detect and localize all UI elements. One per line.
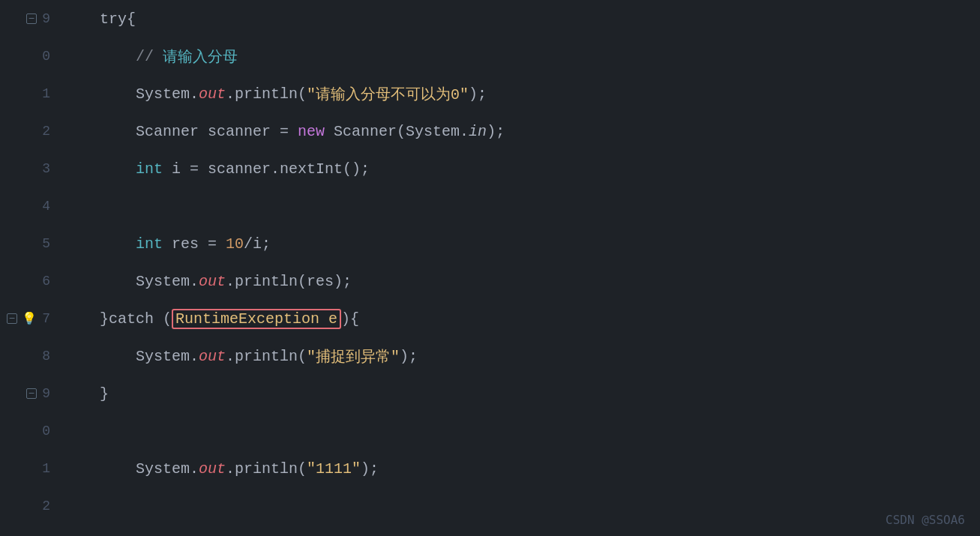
line-number-9: 8 bbox=[40, 349, 50, 364]
gutter-row-2: 1 bbox=[0, 75, 56, 112]
line-number-12: 1 bbox=[40, 461, 50, 476]
gutter-row-11: 0 bbox=[0, 412, 56, 450]
line-number-1: 0 bbox=[40, 49, 50, 64]
gutter-row-8: −💡7 bbox=[0, 300, 56, 337]
code-line-0: try{ bbox=[56, 0, 980, 37]
line-number-10: 9 bbox=[40, 386, 50, 401]
exception-highlight: RuntimeException e bbox=[172, 309, 341, 329]
token: out bbox=[199, 273, 226, 290]
token: .println( bbox=[226, 85, 307, 103]
code-line-13 bbox=[56, 487, 980, 525]
line-number-7: 6 bbox=[40, 274, 50, 289]
token: .println( bbox=[226, 460, 307, 478]
code-line-5 bbox=[56, 187, 980, 225]
code-line-4: int i = scanner.nextInt(); bbox=[56, 150, 980, 187]
gutter-row-7: 6 bbox=[0, 262, 56, 300]
token: .println(res); bbox=[226, 273, 352, 290]
lightbulb-icon-8[interactable]: 💡 bbox=[22, 311, 37, 326]
token: } bbox=[64, 385, 109, 403]
gutter-row-10: −9 bbox=[0, 375, 56, 412]
token: ); bbox=[469, 85, 487, 103]
watermark: CSDN @SSOA6 bbox=[886, 513, 965, 527]
code-line-12: System.out.println("1111"); bbox=[56, 450, 980, 487]
token: System. bbox=[64, 460, 199, 478]
line-number-11: 0 bbox=[40, 424, 50, 439]
gutter-row-5: 4 bbox=[0, 187, 56, 225]
code-line-6: int res = 10/i; bbox=[56, 225, 980, 262]
gutter-row-13: 2 bbox=[0, 487, 56, 525]
token bbox=[64, 235, 136, 253]
line-number-2: 1 bbox=[40, 86, 50, 101]
line-number-13: 2 bbox=[40, 499, 50, 514]
token: // bbox=[64, 48, 163, 65]
line-number-4: 3 bbox=[40, 161, 50, 176]
token: 10 bbox=[226, 235, 244, 253]
token: Scanner(System. bbox=[325, 123, 469, 140]
token: .println( bbox=[226, 348, 307, 365]
token: "请输入分母不可以为0" bbox=[307, 84, 469, 104]
code-content: try{ // 请输入分母 System.out.println("请输入分母不… bbox=[56, 0, 980, 536]
gutter-row-12: 1 bbox=[0, 450, 56, 487]
gutter-row-9: 8 bbox=[0, 337, 56, 375]
token bbox=[64, 160, 136, 178]
token: System. bbox=[64, 348, 199, 365]
fold-icon-10[interactable]: − bbox=[26, 388, 37, 399]
gutter-row-0: −9 bbox=[0, 0, 56, 37]
token: Scanner scanner = bbox=[64, 123, 298, 140]
gutter-row-4: 3 bbox=[0, 150, 56, 187]
code-line-3: Scanner scanner = new Scanner(System.in)… bbox=[56, 112, 980, 150]
line-number-6: 5 bbox=[40, 236, 50, 251]
code-line-9: System.out.println("捕捉到异常"); bbox=[56, 337, 980, 375]
token: /i; bbox=[244, 235, 271, 253]
line-number-5: 4 bbox=[40, 199, 50, 214]
token: System. bbox=[64, 273, 199, 290]
gutter-row-6: 5 bbox=[0, 225, 56, 262]
token: "捕捉到异常" bbox=[307, 346, 400, 367]
token: }catch ( bbox=[64, 310, 172, 328]
line-number-3: 2 bbox=[40, 124, 50, 139]
token: out bbox=[199, 85, 226, 103]
token: int bbox=[136, 160, 163, 178]
token: out bbox=[199, 348, 226, 365]
fold-icon-0[interactable]: − bbox=[26, 13, 37, 24]
line-gutter: −90123456−💡78−9012 bbox=[0, 0, 56, 536]
code-line-8: }catch (RuntimeException e){ bbox=[56, 300, 980, 337]
token: 请输入分母 bbox=[163, 46, 238, 67]
token: ); bbox=[361, 460, 379, 478]
token: i = scanner.nextInt(); bbox=[163, 160, 370, 178]
token: new bbox=[298, 123, 325, 140]
token: out bbox=[199, 460, 226, 478]
line-number-0: 9 bbox=[40, 11, 50, 26]
token: System. bbox=[64, 85, 199, 103]
code-line-11 bbox=[56, 412, 980, 450]
token: "1111" bbox=[307, 460, 361, 478]
token: res = bbox=[163, 235, 226, 253]
code-line-10: } bbox=[56, 375, 980, 412]
code-line-2: System.out.println("请输入分母不可以为0"); bbox=[56, 75, 980, 112]
code-line-7: System.out.println(res); bbox=[56, 262, 980, 300]
token: int bbox=[136, 235, 163, 253]
line-number-8: 7 bbox=[40, 311, 50, 326]
token: in bbox=[469, 123, 487, 140]
code-editor: −90123456−💡78−9012 try{ // 请输入分母 System.… bbox=[0, 0, 980, 536]
gutter-row-1: 0 bbox=[0, 37, 56, 75]
token: ){ bbox=[341, 310, 359, 328]
token: try{ bbox=[64, 10, 136, 28]
token: ); bbox=[400, 348, 418, 365]
token: ); bbox=[487, 123, 505, 140]
code-line-1: // 请输入分母 bbox=[56, 37, 980, 75]
gutter-row-3: 2 bbox=[0, 112, 56, 150]
fold-icon-8[interactable]: − bbox=[7, 313, 17, 324]
